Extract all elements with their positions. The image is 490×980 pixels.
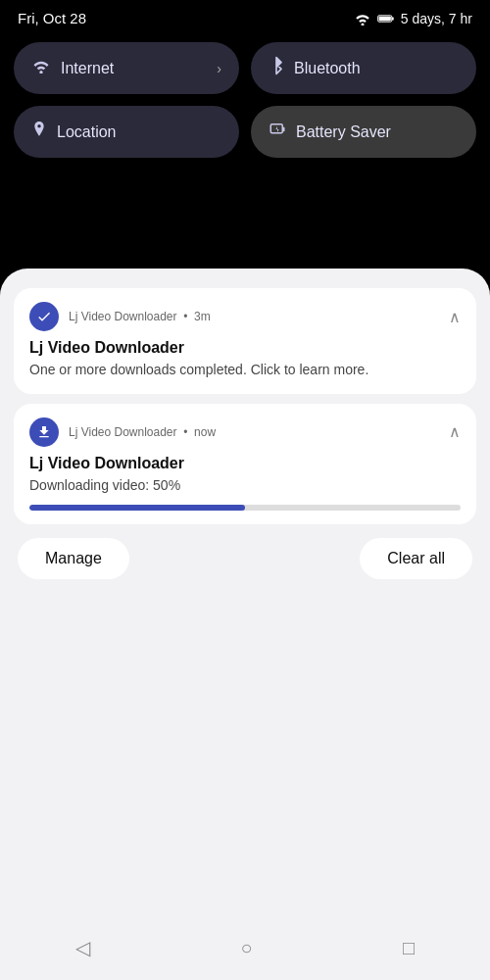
notif-1-body: One or more downloads completed. Click t… <box>29 361 461 380</box>
qs-internet-label: Internet <box>61 60 114 77</box>
qs-tile-bluetooth[interactable]: Bluetooth <box>251 42 476 94</box>
qs-tile-battery-saver[interactable]: Battery Saver <box>251 106 476 158</box>
notif-1-collapse[interactable]: ∧ <box>449 308 461 326</box>
notif-2-app-info: Lj Video Downloader • now <box>69 425 439 439</box>
notification-card-2[interactable]: Lj Video Downloader • now ∧ Lj Video Dow… <box>14 404 476 525</box>
notification-card-1[interactable]: Lj Video Downloader • 3m ∧ Lj Video Down… <box>14 288 476 394</box>
quick-settings: Internet › Bluetooth Location <box>0 32 490 172</box>
svg-rect-3 <box>378 16 390 21</box>
bluetooth-tile-icon <box>269 56 284 80</box>
panel-actions: Manage Clear all <box>14 538 476 579</box>
qs-bluetooth-label: Bluetooth <box>294 60 361 77</box>
notif-1-app-info: Lj Video Downloader • 3m <box>69 310 439 323</box>
qs-tile-internet[interactable]: Internet › <box>14 42 239 94</box>
status-right: 5 days, 7 hr <box>354 11 472 26</box>
status-time: Fri, Oct 28 <box>18 10 86 26</box>
qs-battery-saver-label: Battery Saver <box>296 123 391 141</box>
battery-saver-tile-icon <box>269 121 286 143</box>
internet-chevron: › <box>217 61 221 76</box>
notif-2-title: Lj Video Downloader <box>29 455 461 472</box>
recents-button[interactable]: □ <box>403 937 415 959</box>
wifi-icon <box>354 12 371 25</box>
svg-point-4 <box>39 71 42 74</box>
notif-2-app: Lj Video Downloader <box>69 425 177 439</box>
qs-location-label: Location <box>57 123 117 141</box>
nav-bar: ◁ ○ □ <box>0 921 490 980</box>
notif-2-progress-bar <box>29 505 461 511</box>
notif-1-header: Lj Video Downloader • 3m ∧ <box>29 302 461 331</box>
notif-2-time: now <box>194 425 216 439</box>
home-button[interactable]: ○ <box>240 937 252 959</box>
wifi-tile-icon <box>31 58 51 78</box>
manage-button[interactable]: Manage <box>18 538 129 579</box>
notif-2-progress-fill <box>29 505 245 511</box>
status-bar: Fri, Oct 28 5 days, 7 hr <box>0 0 490 32</box>
notif-2-icon <box>29 417 59 447</box>
back-button[interactable]: ◁ <box>75 936 90 959</box>
notif-2-header: Lj Video Downloader • now ∧ <box>29 417 461 447</box>
notif-1-icon <box>29 302 59 331</box>
battery-icon <box>377 12 395 25</box>
notif-2-collapse[interactable]: ∧ <box>449 422 461 441</box>
clear-all-button[interactable]: Clear all <box>360 538 472 579</box>
svg-point-0 <box>361 23 364 25</box>
notif-2-body: Downloading video: 50% <box>29 476 461 496</box>
notif-1-app: Lj Video Downloader <box>69 310 177 323</box>
svg-rect-2 <box>392 17 394 20</box>
svg-rect-6 <box>282 127 284 132</box>
notif-1-title: Lj Video Downloader <box>29 339 461 357</box>
battery-text: 5 days, 7 hr <box>401 11 472 26</box>
location-tile-icon <box>31 120 47 144</box>
notif-1-time: 3m <box>194 310 211 323</box>
notification-panel: Lj Video Downloader • 3m ∧ Lj Video Down… <box>0 269 490 921</box>
qs-tile-location[interactable]: Location <box>14 106 239 158</box>
